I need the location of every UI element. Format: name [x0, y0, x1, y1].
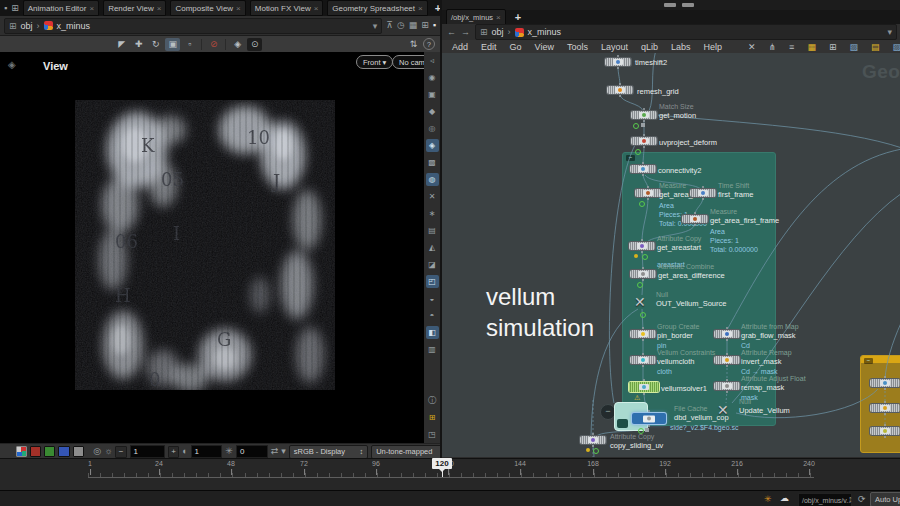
tab-geometry-spreadsheet[interactable]: Geometry Spreadsheet× [327, 0, 427, 16]
image-icon[interactable]: ▨ [849, 42, 858, 52]
rotate-tool-icon[interactable]: ↻ [148, 38, 163, 51]
side-tool-icon-10[interactable]: ▤ [426, 224, 439, 237]
node-orange-3[interactable] [870, 427, 900, 435]
breadcrumb-root[interactable]: obj [492, 27, 504, 37]
tree-icon[interactable]: ⋔ [769, 42, 777, 52]
swap-view-icon[interactable]: ⇅ [406, 38, 421, 51]
history-icon[interactable]: ◷ [397, 21, 405, 30]
close-icon[interactable]: × [236, 4, 241, 13]
composite-viewport[interactable]: ◈ View Front ▾ No cam ▾ [0, 52, 440, 443]
menu-layout[interactable]: Layout [601, 42, 628, 52]
display-flag-dot[interactable] [640, 312, 646, 318]
side-tool-icon-15[interactable]: ◓ [426, 309, 439, 322]
node-get-areastart[interactable] [629, 242, 655, 250]
side-tool-icon-12[interactable]: ◪ [426, 258, 439, 271]
node-vellumcloth[interactable] [630, 356, 656, 364]
side-tool-icon-17[interactable]: ▥ [426, 343, 439, 356]
side-tool-icon-5[interactable]: ◈ [426, 139, 439, 152]
side-tool-icon-4[interactable]: ◎ [426, 122, 439, 135]
menu-labs[interactable]: Labs [671, 42, 691, 52]
gain-decrease-button[interactable]: − [115, 446, 126, 458]
close-icon[interactable]: × [496, 13, 501, 22]
node-remesh-grid[interactable] [607, 86, 633, 94]
side-tool-icon-0[interactable]: ◃ [426, 54, 439, 67]
bypass-flag-dot[interactable] [586, 448, 590, 452]
spinner-icon[interactable]: ↕ [848, 495, 853, 504]
background-image-icon[interactable]: ▨ [892, 42, 900, 52]
display-flag-dot[interactable] [642, 254, 648, 260]
move-tool-icon[interactable]: ✚ [131, 38, 146, 51]
node-remap-mask[interactable] [714, 382, 740, 390]
side-tool-icon-6[interactable]: ▩ [426, 156, 439, 169]
close-icon[interactable]: × [314, 4, 319, 13]
network-breadcrumb[interactable]: ⊞ obj › x_minus ▾ [475, 24, 897, 40]
snapshot-frame-icon[interactable]: ◳ [426, 428, 439, 441]
side-tool-icon-3[interactable]: ◆ [426, 105, 439, 118]
breadcrumb-node[interactable]: x_minus [57, 21, 91, 31]
side-tool-icon-13[interactable]: ◰ [426, 275, 439, 288]
select-tool-icon[interactable]: ◤ [114, 38, 129, 51]
palette-icon[interactable]: ▦ [807, 42, 816, 52]
gamma-field[interactable]: 1 [191, 445, 223, 458]
node-update-vellum[interactable]: ✕ [717, 403, 729, 417]
channel-all-button[interactable] [16, 446, 27, 457]
node-pin-border[interactable] [630, 330, 656, 338]
menu-edit[interactable]: Edit [481, 42, 497, 52]
layout-icon-1[interactable]: ▦ [409, 21, 418, 30]
node-uvproject-deform[interactable] [631, 137, 657, 145]
side-tool-icon-7[interactable]: ◍ [426, 173, 439, 186]
tab-obj-x-minus[interactable]: /obj/x_minus× [446, 9, 506, 25]
display-flag-dot[interactable] [639, 201, 645, 207]
menu-add[interactable]: Add [452, 42, 468, 52]
zoom-icon[interactable]: ◎ [93, 447, 101, 456]
snapshot-icon[interactable]: ◈ [230, 38, 245, 51]
chevron-down-icon[interactable]: ▾ [373, 21, 378, 31]
node-connectivity2[interactable] [630, 165, 656, 173]
side-tool-icon-16[interactable]: ◧ [426, 326, 439, 339]
side-tool-icon-8[interactable]: ✕ [426, 190, 439, 203]
display-flag-dot[interactable] [635, 149, 641, 155]
side-tool-icon-1[interactable]: ◉ [426, 71, 439, 84]
forward-icon[interactable]: → [461, 28, 470, 37]
menu-tools[interactable]: Tools [567, 42, 588, 52]
bypass-flag-dot[interactable] [634, 254, 638, 258]
node-invert-mask[interactable] [714, 356, 740, 364]
display-flag-dot[interactable] [637, 282, 643, 288]
network-canvas[interactable]: Geometry − − [442, 53, 900, 457]
layout-icon-2[interactable]: ⊞ [421, 21, 429, 30]
chevron-down-icon[interactable]: ▾ [281, 447, 286, 456]
tools-icon[interactable]: ✕ [748, 42, 756, 52]
channel-green-button[interactable] [44, 446, 55, 457]
box-tool-icon[interactable]: ▫ [182, 38, 197, 51]
display-flag-dot[interactable] [633, 123, 639, 129]
ghost-icon[interactable]: ⊘ [206, 38, 221, 51]
breadcrumb-root[interactable]: obj [21, 21, 33, 31]
compare-icon[interactable]: ⇄ [271, 447, 279, 456]
channel-red-button[interactable] [30, 446, 41, 457]
close-icon[interactable]: × [418, 4, 423, 13]
node-get-area-first-frame[interactable] [682, 215, 708, 223]
template-flag-dot[interactable] [645, 428, 649, 432]
close-icon[interactable]: × [157, 4, 162, 13]
node-vellumsolver1[interactable] [629, 382, 659, 392]
list-icon[interactable]: ≡ [789, 42, 794, 52]
display-flag-dot[interactable] [593, 448, 599, 454]
back-icon[interactable]: ← [447, 28, 456, 37]
menu-help[interactable]: Help [704, 42, 723, 52]
grid-icon[interactable]: ⊞ [829, 42, 837, 52]
template-flag-dot[interactable] [641, 123, 645, 127]
new-tab-button[interactable]: + [512, 11, 524, 23]
channel-alpha-button[interactable] [73, 446, 84, 457]
info-icon[interactable]: ⓘ [426, 394, 439, 407]
node-copy-sliding-uv[interactable] [580, 436, 606, 444]
chevron-down-icon[interactable]: ▾ [887, 27, 892, 37]
node-dbd-vellum-cop[interactable] [632, 413, 666, 424]
side-tool-icon-2[interactable]: ▣ [426, 88, 439, 101]
gain-increase-button[interactable]: + [168, 446, 179, 458]
maximize-icon[interactable]: ▪ [433, 21, 436, 30]
help-icon[interactable]: ? [423, 38, 435, 50]
camera-icon[interactable]: ⊙ [247, 38, 262, 51]
node-first-frame[interactable] [690, 189, 716, 197]
tab-animation-editor[interactable]: Animation Editor× [23, 0, 99, 16]
node-get-area-ani[interactable] [635, 189, 661, 197]
